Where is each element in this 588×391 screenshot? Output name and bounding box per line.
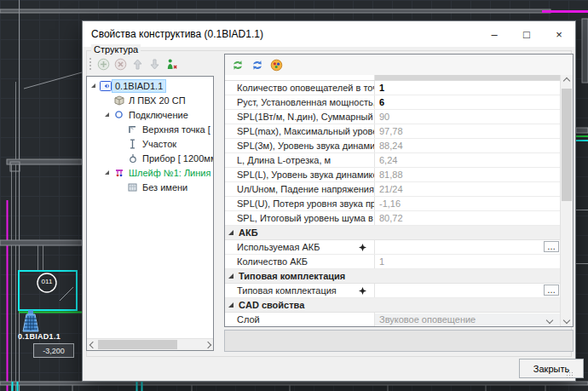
property-label: Руст, Установленная мощность, Вт	[237, 97, 374, 107]
chevron-down-icon	[546, 317, 553, 324]
category-expander-icon	[228, 302, 233, 308]
remove-icon[interactable]	[113, 57, 128, 72]
move-up-icon[interactable]	[130, 57, 145, 72]
resize-grip[interactable]	[566, 371, 574, 379]
toolbar-grip	[89, 58, 91, 70]
tree-horizontal-scrollbar[interactable]	[87, 338, 213, 350]
property-row[interactable]: Используемая АКБ…	[225, 240, 561, 255]
scroll-up-button[interactable]	[561, 75, 573, 87]
property-row[interactable]: L, Длина L-отрезка, м6,24	[225, 153, 561, 168]
properties-toolbar	[225, 55, 573, 76]
wall-line-top	[0, 9, 551, 13]
tree-item[interactable]: Без имени	[87, 180, 213, 194]
property-row[interactable]: SPL, Итоговый уровень шума в конт...80,7…	[225, 211, 561, 226]
room-outline	[19, 271, 77, 310]
check-element-icon[interactable]	[164, 57, 179, 72]
tree-item[interactable]: Верхняя точка [ 1510	[87, 122, 213, 136]
close-button[interactable]: Закрыть	[519, 359, 584, 378]
tree-item[interactable]: 0.1BIAD1.1	[87, 78, 213, 93]
category-row[interactable]: АКБ	[225, 226, 561, 240]
property-row[interactable]: SPL(L), Уровень звука динамиков в к...81…	[225, 168, 561, 182]
property-value: 88,24	[379, 141, 403, 151]
minimize-button[interactable]: –	[478, 21, 510, 47]
property-value: 1	[379, 256, 384, 267]
property-row[interactable]: Руст, Установленная мощность, Вт6	[225, 95, 561, 110]
property-value: 90	[379, 112, 389, 122]
tree-item[interactable]: Участок	[87, 136, 213, 151]
window-controls: – □ ×	[478, 21, 575, 47]
scroll-thumb[interactable]	[98, 340, 177, 349]
property-row[interactable]: СлойЗвуковое оповещение	[225, 313, 561, 326]
property-value: 97,78	[379, 126, 403, 136]
maximize-button[interactable]: □	[510, 21, 543, 47]
category-label: Типовая комплектация	[239, 271, 345, 281]
tree-expander-icon[interactable]	[102, 170, 112, 175]
loop-device-icon	[112, 168, 126, 178]
property-description-box	[224, 330, 574, 352]
tree-expander-icon[interactable]	[102, 112, 112, 117]
default-marker-icon	[359, 244, 366, 251]
tree-item[interactable]: Прибор [ 1200мм ] 0.	[87, 151, 213, 165]
tree-item[interactable]: Подключение	[87, 107, 213, 122]
tree-items: 0.1BIAD1.1Л ПВХ 20 СППодключениеВерхняя …	[87, 78, 213, 339]
segment-icon	[125, 139, 140, 149]
tree-item-label: Л ПВХ 20 СП	[126, 95, 188, 106]
device-label: 0.1BIAD1.1	[18, 332, 61, 341]
title-bar[interactable]: Свойства конструктива (0.1BIAD1.1) – □ ×	[83, 21, 575, 47]
property-row[interactable]: SPL(max), Максимальный уровень з...97,78	[225, 124, 561, 139]
grid-rows: Количество оповещателей в точке, N1Руст,…	[225, 75, 561, 326]
move-down-icon[interactable]	[147, 57, 162, 72]
diagonal-line	[24, 72, 82, 89]
category-row[interactable]: CAD свойства	[225, 298, 561, 313]
ellipsis-button[interactable]: …	[544, 285, 559, 296]
property-label: SPL, Итоговый уровень шума в конт...	[237, 213, 374, 223]
property-label: Используемая АКБ	[237, 242, 320, 252]
property-label: Количество АКБ	[237, 256, 308, 267]
tree-item-label: Подключение	[126, 109, 191, 121]
ellipsis-button[interactable]: …	[544, 241, 559, 252]
scroll-right-button[interactable]	[202, 339, 213, 350]
properties-dialog: Свойства конструктива (0.1BIAD1.1) – □ ×…	[82, 20, 576, 382]
grid-item-icon	[125, 183, 140, 192]
scroll-down-button[interactable]	[561, 314, 573, 326]
property-label: Типовая комплектация	[237, 285, 337, 296]
property-row[interactable]: Количество АКБ1	[225, 255, 561, 269]
tree-item-label: Шлейф №1: Линия рече	[126, 167, 213, 179]
scroll-thumb[interactable]	[562, 89, 572, 201]
recalculate-icon[interactable]	[250, 58, 264, 72]
property-value: 80,72	[379, 213, 403, 223]
tree-expander-icon[interactable]	[89, 83, 98, 88]
palette-icon[interactable]	[269, 58, 284, 72]
add-icon[interactable]	[96, 57, 111, 72]
tree-item-label: 0.1BIAD1.1	[112, 80, 165, 92]
room-number-label: 011	[35, 278, 59, 285]
scroll-left-button[interactable]	[87, 339, 98, 350]
property-row[interactable]: Типовая комплектация…	[225, 284, 561, 298]
property-label: SPL(L), Уровень звука динамиков в к...	[237, 170, 374, 180]
property-row[interactable]: Uл/Uном, Падение напряжения на о...21/24	[225, 182, 561, 197]
refresh-icon[interactable]	[230, 58, 245, 72]
category-label: CAD свойства	[239, 300, 304, 310]
grid-vertical-scrollbar[interactable]	[560, 75, 573, 326]
elevation-label: -3,200	[33, 343, 74, 358]
tree-item[interactable]: Шлейф №1: Линия рече	[87, 165, 213, 180]
tree-item[interactable]: Л ПВХ 20 СП	[87, 93, 213, 107]
property-value: -1,16	[379, 198, 401, 209]
tree-item-label: Верхняя точка [ 1510	[140, 124, 213, 135]
property-label: SPL(3м), Уровень звука динамиков н...	[237, 141, 374, 151]
fixture-icon	[125, 153, 140, 164]
property-row[interactable]: Количество оповещателей в точке, N1	[225, 81, 561, 95]
close-icon[interactable]: ×	[543, 21, 575, 47]
speaker-device-symbol[interactable]	[23, 310, 38, 331]
property-row-partial	[225, 75, 561, 81]
property-row[interactable]: SPL(3м), Уровень звука динамиков н...88,…	[225, 139, 561, 153]
property-row[interactable]: SPL(U), Потеря уровня звука при па...-1,…	[225, 197, 561, 211]
layer-combobox[interactable]: Звуковое оповещение	[375, 313, 560, 325]
property-row[interactable]: SPL(1Вт/м, N.дин), Суммарный уров...90	[225, 110, 561, 124]
wall-line-bottom	[0, 382, 588, 385]
property-label: Количество оповещателей в точке, N	[237, 83, 374, 93]
category-row[interactable]: Типовая комплектация	[225, 269, 561, 284]
properties-panel: Количество оповещателей в точке, N1Руст,…	[224, 54, 574, 327]
cube-icon	[112, 95, 126, 106]
default-marker-icon	[359, 287, 366, 295]
